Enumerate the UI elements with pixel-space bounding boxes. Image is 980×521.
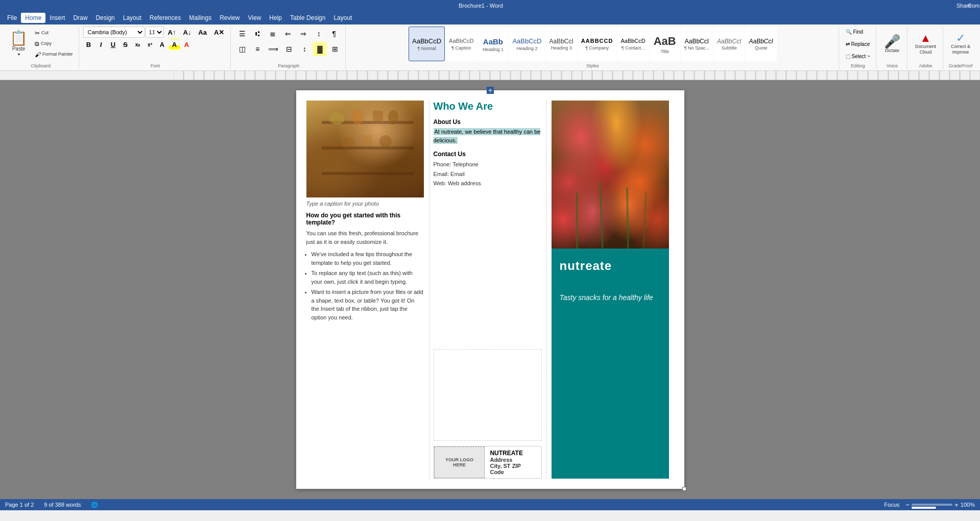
zoom-bar[interactable] — [912, 504, 952, 506]
logo-box[interactable]: YOUR LOGO HERE — [434, 446, 485, 478]
contact-phone: Phone: Telephone — [434, 160, 542, 169]
strikethrough-button[interactable]: S — [120, 39, 131, 50]
document-cloud-button[interactable]: ▲ Document Cloud — [912, 29, 940, 59]
correct-improve-button[interactable]: ✓ Correct & Improve — [947, 29, 974, 59]
adobe-icon: ▲ — [920, 33, 931, 44]
select-button[interactable]: ⬚ Select ~ — [843, 51, 873, 61]
decrease-indent-button[interactable]: ⇐ — [281, 27, 295, 41]
style-company[interactable]: AABBCCD ¶ Company — [578, 27, 617, 61]
column-right: nutreate Tasty snacks for a healthy life — [552, 101, 669, 479]
svg-line-12 — [600, 182, 603, 249]
style-heading1[interactable]: AaBb Heading 1 — [477, 27, 508, 61]
menu-view[interactable]: View — [244, 13, 266, 23]
menu-layout2[interactable]: Layout — [329, 13, 356, 23]
share-button[interactable]: Share — [957, 2, 964, 9]
svg-rect-9 — [363, 135, 372, 146]
menu-mailings[interactable]: Mailings — [185, 13, 216, 23]
ruler — [0, 71, 980, 80]
style-nospace[interactable]: AaBbCcI ¶ No Spac... — [681, 27, 713, 61]
numbering-button[interactable]: ⑆ — [250, 27, 265, 41]
italic-button[interactable]: I — [95, 39, 107, 50]
style-title[interactable]: AaB Title — [650, 27, 680, 61]
cut-button[interactable]: ✂ Cut — [32, 28, 76, 38]
show-marks-button[interactable]: ¶ — [327, 27, 341, 41]
justify-button[interactable]: ⊟ — [282, 42, 296, 56]
style-subtitle[interactable]: AaBbCcI Subtitle — [713, 27, 745, 61]
photo-left[interactable] — [306, 101, 424, 197]
content-placeholder-box[interactable] — [434, 349, 542, 441]
menu-draw[interactable]: Draw — [69, 13, 91, 23]
contact-details: Phone: Telephone Email: Email Web: Web a… — [434, 160, 542, 188]
clear-formatting-button[interactable]: A✕ — [211, 27, 227, 38]
menu-file[interactable]: File — [3, 13, 21, 23]
svg-point-4 — [329, 112, 345, 125]
subscript-button[interactable]: x₂ — [132, 39, 144, 50]
align-left-button[interactable]: ◫ — [235, 42, 249, 56]
photo-flowers[interactable] — [552, 101, 669, 249]
style-quote[interactable]: AaBbCcI Quote — [745, 27, 776, 61]
center-button[interactable]: ≡ — [250, 42, 265, 56]
highlight-color-button[interactable]: A — [169, 39, 180, 50]
align-right-button[interactable]: ⟹ — [266, 42, 281, 56]
style-normal[interactable]: AaBbCcD ¶ Normal — [409, 27, 445, 61]
font-color-button[interactable]: A — [181, 39, 193, 50]
menu-insert[interactable]: Insert — [45, 13, 69, 23]
column-middle: Who We Are About Us At nutreate, we beli… — [429, 101, 546, 479]
borders-button[interactable]: ⊞ — [328, 42, 342, 56]
zoom-out-button[interactable]: − — [905, 501, 910, 509]
style-heading2[interactable]: AaBbCcD Heading 2 — [509, 27, 545, 61]
svg-line-14 — [643, 192, 646, 249]
document-area[interactable]: ✛ — [0, 80, 980, 499]
style-caption[interactable]: AaBbCcD ¶ Caption — [445, 27, 477, 61]
list-item: Want to insert a picture from your files… — [312, 288, 424, 321]
select-icon: ⬚ — [846, 54, 850, 59]
language-indicator: 🌐 — [91, 502, 98, 508]
shading-button[interactable]: ▓ — [313, 42, 327, 56]
styles-group-label: Styles — [586, 62, 599, 68]
dictate-icon: 🎤 — [884, 35, 900, 48]
zoom-control: − + 100% — [905, 501, 975, 509]
gradeproof-group-label: GradeProof — [949, 62, 973, 68]
zoom-in-button[interactable]: + — [954, 501, 959, 509]
change-case-button[interactable]: Aa — [195, 27, 210, 38]
format-painter-button[interactable]: 🖌 Format Painter — [32, 49, 76, 60]
focus-label[interactable]: Focus — [884, 502, 899, 508]
font-shrink-button[interactable]: A↓ — [180, 27, 194, 38]
menu-references[interactable]: References — [146, 13, 185, 23]
ribbon-styles-group: AaBbCcD ¶ Normal AaBbCcD ¶ Caption AaBb … — [347, 27, 839, 69]
comments-button[interactable]: Comments — [968, 2, 975, 9]
superscript-button[interactable]: x² — [145, 39, 156, 50]
font-family-select[interactable]: Cambria (Body) — [83, 27, 145, 38]
highlighted-text: At nutreate, we believe that healthy can… — [434, 128, 541, 144]
svg-point-7 — [388, 110, 398, 125]
underline-button[interactable]: U — [108, 39, 119, 50]
menu-table-design[interactable]: Table Design — [286, 13, 329, 23]
line-spacing-button[interactable]: ↕ — [297, 42, 312, 56]
menu-help[interactable]: Help — [265, 13, 286, 23]
increase-indent-button[interactable]: ⇒ — [296, 27, 310, 41]
address-line2: City, ST ZIP Code — [490, 463, 536, 475]
paste-button[interactable]: 📋 Paste ▾ — [6, 28, 31, 60]
font-grow-button[interactable]: A↑ — [165, 27, 179, 38]
multilevel-button[interactable]: ≣ — [266, 27, 280, 41]
menu-home[interactable]: Home — [21, 13, 45, 23]
menu-review[interactable]: Review — [216, 13, 244, 23]
bold-button[interactable]: B — [83, 39, 94, 50]
copy-button[interactable]: ⧉ Copy — [32, 39, 76, 49]
font-size-select[interactable]: 11 — [146, 27, 164, 38]
style-contact[interactable]: AaBbCcD ¶ Contact... — [617, 27, 649, 61]
bullets-button[interactable]: ☰ — [235, 27, 249, 41]
zoom-level: 100% — [961, 502, 975, 508]
replace-button[interactable]: ⇄ Replace — [843, 39, 873, 49]
contact-email: Email: Email — [434, 169, 542, 179]
ribbon: 📋 Paste ▾ ✂ Cut ⧉ Copy 🖌 Format P — [0, 24, 980, 71]
menu-layout[interactable]: Layout — [119, 13, 146, 23]
style-heading3[interactable]: AaBbCcI Heading 3 — [545, 27, 577, 61]
menu-design[interactable]: Design — [91, 13, 118, 23]
move-handle[interactable]: ✛ — [487, 87, 494, 94]
text-effects-button[interactable]: A — [157, 39, 168, 50]
dictate-button[interactable]: 🎤 Dictate — [880, 29, 904, 59]
find-button[interactable]: 🔍 Find — [843, 27, 873, 37]
resize-handle[interactable] — [682, 487, 686, 491]
sort-button[interactable]: ↕ — [312, 27, 326, 41]
